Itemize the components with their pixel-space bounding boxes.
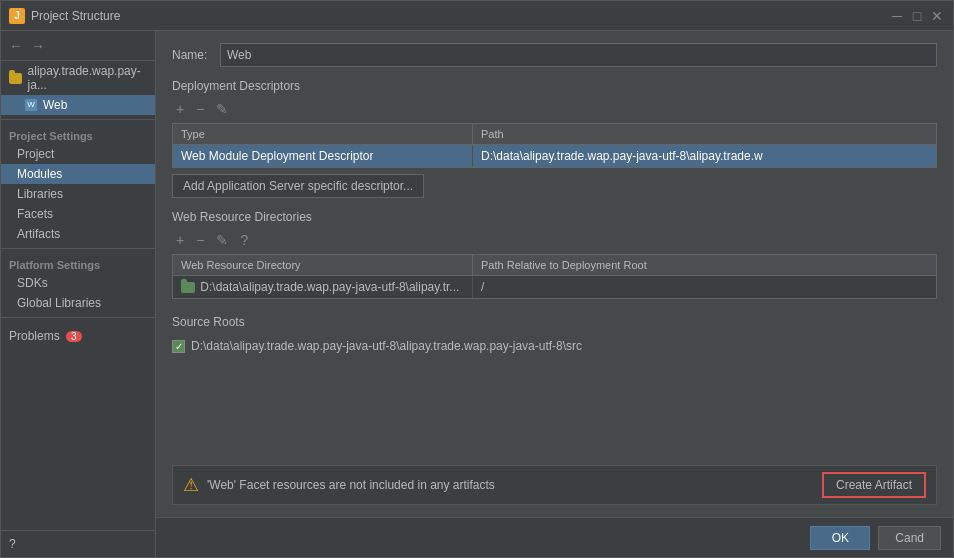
separator-1	[1, 119, 155, 120]
source-roots-section: Source Roots ✓ D:\data\alipay.trade.wap.…	[172, 315, 937, 357]
deployment-edit-button[interactable]: ✎	[212, 99, 232, 119]
ok-button[interactable]: OK	[810, 526, 870, 550]
problems-badge: 3	[66, 331, 82, 342]
platform-settings-label: Platform Settings	[1, 253, 155, 273]
web-resource-table-row[interactable]: D:\data\alipay.trade.wap.pay-java-utf-8\…	[173, 276, 936, 298]
help-button-area[interactable]: ?	[1, 530, 155, 557]
main-panel: Name: Deployment Descriptors + − ✎ Type …	[156, 31, 953, 557]
name-label: Name:	[172, 48, 212, 62]
webres-edit-button[interactable]: ✎	[212, 230, 232, 250]
web-resource-section: Web Resource Directories + − ✎ ? Web Res…	[172, 210, 937, 299]
source-root-path: D:\data\alipay.trade.wap.pay-java-utf-8\…	[191, 339, 582, 353]
name-input[interactable]	[220, 43, 937, 67]
webres-col-relpath: Path Relative to Deployment Root	[473, 255, 936, 275]
folder-icon	[9, 73, 22, 84]
help-icon: ?	[9, 537, 16, 551]
web-resource-toolbar: + − ✎ ?	[172, 230, 937, 250]
name-row: Name:	[172, 43, 937, 67]
project-structure-dialog: J Project Structure ─ □ ✕ ← → alipay.tra…	[0, 0, 954, 558]
sidebar-back-button[interactable]: ←	[7, 36, 25, 56]
deployment-table: Type Path Web Module Deployment Descript…	[172, 123, 937, 168]
webres-add-button[interactable]: +	[172, 230, 188, 250]
webres-help-button[interactable]: ?	[236, 230, 252, 250]
webres-remove-button[interactable]: −	[192, 230, 208, 250]
sidebar-item-facets[interactable]: Facets	[1, 204, 155, 224]
add-server-descriptor-button[interactable]: Add Application Server specific descript…	[172, 174, 424, 198]
project-settings-label: Project Settings	[1, 124, 155, 144]
title-bar: J Project Structure ─ □ ✕	[1, 1, 953, 31]
sidebar: ← → alipay.trade.wap.pay-ja... W Web Pro…	[1, 31, 156, 557]
sidebar-item-libraries[interactable]: Libraries	[1, 184, 155, 204]
web-resource-table-header: Web Resource Directory Path Relative to …	[173, 255, 936, 276]
webres-col-dir: Web Resource Directory	[173, 255, 473, 275]
deployment-descriptors-title: Deployment Descriptors	[172, 79, 937, 93]
dialog-content: ← → alipay.trade.wap.pay-ja... W Web Pro…	[1, 31, 953, 557]
cancel-button[interactable]: Cand	[878, 526, 941, 550]
warning-icon: ⚠	[183, 474, 199, 496]
minimize-button[interactable]: ─	[889, 8, 905, 24]
deployment-col-type: Type	[173, 124, 473, 144]
sidebar-tree-child-label: Web	[43, 98, 67, 112]
sidebar-tree-root[interactable]: alipay.trade.wap.pay-ja...	[1, 61, 155, 95]
sidebar-item-sdks[interactable]: SDKs	[1, 273, 155, 293]
warning-bar: ⚠ 'Web' Facet resources are not included…	[172, 465, 937, 505]
main-content-area: Name: Deployment Descriptors + − ✎ Type …	[156, 31, 953, 517]
deployment-table-row[interactable]: Web Module Deployment Descriptor D:\data…	[173, 145, 936, 167]
deployment-remove-button[interactable]: −	[192, 99, 208, 119]
deployment-table-header: Type Path	[173, 124, 936, 145]
deployment-toolbar: + − ✎	[172, 99, 937, 119]
source-root-checkbox[interactable]: ✓	[172, 340, 185, 353]
sidebar-forward-button[interactable]: →	[29, 36, 47, 56]
app-icon: J	[9, 8, 25, 24]
web-resource-table: Web Resource Directory Path Relative to …	[172, 254, 937, 299]
module-icon: W	[25, 99, 37, 111]
source-roots-title: Source Roots	[172, 315, 937, 329]
deployment-col-path: Path	[473, 124, 936, 144]
webres-cell-relpath: /	[473, 276, 936, 298]
source-root-row: ✓ D:\data\alipay.trade.wap.pay-java-utf-…	[172, 335, 937, 357]
sidebar-toolbar: ← →	[1, 31, 155, 61]
deployment-descriptors-section: Deployment Descriptors + − ✎ Type Path W…	[172, 79, 937, 198]
sidebar-item-modules[interactable]: Modules	[1, 164, 155, 184]
sidebar-item-global-libraries[interactable]: Global Libraries	[1, 293, 155, 313]
window-title: Project Structure	[31, 9, 120, 23]
create-artifact-button[interactable]: Create Artifact	[822, 472, 926, 498]
close-button[interactable]: ✕	[929, 8, 945, 24]
separator-2	[1, 248, 155, 249]
separator-3	[1, 317, 155, 318]
sidebar-tree-child-web[interactable]: W Web	[1, 95, 155, 115]
title-bar-left: J Project Structure	[9, 8, 120, 24]
warning-text: 'Web' Facet resources are not included i…	[207, 478, 814, 492]
sidebar-tree-root-label: alipay.trade.wap.pay-ja...	[28, 64, 147, 92]
deployment-cell-path: D:\data\alipay.trade.wap.pay-java-utf-8\…	[473, 145, 936, 167]
maximize-button[interactable]: □	[909, 8, 925, 24]
sidebar-item-project[interactable]: Project	[1, 144, 155, 164]
deployment-cell-type: Web Module Deployment Descriptor	[173, 145, 473, 167]
web-folder-icon	[181, 282, 195, 293]
deployment-add-button[interactable]: +	[172, 99, 188, 119]
window-controls: ─ □ ✕	[889, 8, 945, 24]
web-resource-title: Web Resource Directories	[172, 210, 937, 224]
sidebar-item-artifacts[interactable]: Artifacts	[1, 224, 155, 244]
webres-cell-dir: D:\data\alipay.trade.wap.pay-java-utf-8\…	[173, 276, 473, 298]
sidebar-item-problems[interactable]: Problems 3	[1, 326, 155, 346]
bottom-bar: OK Cand	[156, 517, 953, 557]
